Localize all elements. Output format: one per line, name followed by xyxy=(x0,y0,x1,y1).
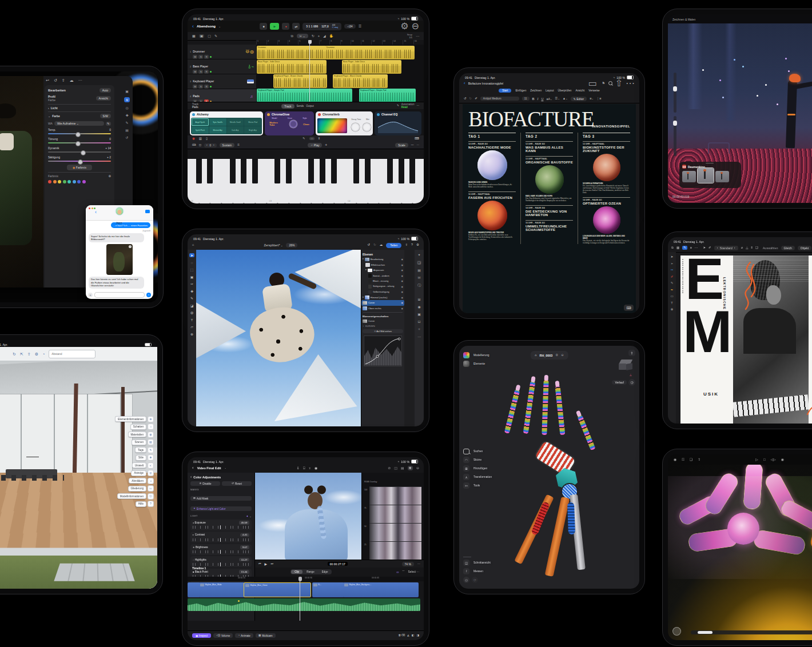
add-mask-button[interactable]: ⊞Add Mask xyxy=(190,496,252,501)
grab-tool-icon[interactable]: ✋ xyxy=(329,34,334,38)
mic-icon[interactable]: ♆ xyxy=(309,466,312,470)
panel-shadows[interactable]: Schatten☼ xyxy=(115,424,154,430)
layers-icon[interactable]: ❏ xyxy=(690,458,692,461)
trim-tool-button[interactable]: ✂ ⌄ xyxy=(297,34,308,38)
effects-icon[interactable]: ❖ xyxy=(408,466,413,470)
alchemy-pad[interactable]: Angel Synth xyxy=(192,118,209,126)
alchemy-pad[interactable]: Sync Swells xyxy=(209,118,226,126)
loop-tool-icon[interactable]: ↻ xyxy=(312,34,315,38)
pencil-icon[interactable]: ✎ xyxy=(302,137,305,141)
home-icon[interactable]: ⌂ xyxy=(192,243,194,247)
history-clock-icon[interactable]: ◷ xyxy=(628,379,635,386)
clip-3[interactable]: S… xyxy=(312,582,344,597)
mixer-view-icon[interactable]: ▣ xyxy=(199,34,205,38)
mode-button[interactable]: Modellierung xyxy=(463,352,491,358)
automation-pencil-icon[interactable]: ✎ xyxy=(397,105,399,107)
tab-ansicht[interactable]: Ansicht xyxy=(576,89,585,92)
message-photo[interactable]: × xyxy=(106,244,133,275)
search-icon[interactable] xyxy=(608,81,612,85)
move-tool-icon[interactable]: ➤ xyxy=(189,253,194,257)
font-select[interactable]: Antipol Medium xyxy=(480,97,519,101)
sidebar-icon[interactable]: ⧉ xyxy=(671,246,674,250)
section-view-button[interactable]: ◫Schnittansicht xyxy=(463,560,493,566)
lasso-tool-icon[interactable]: ◌ xyxy=(191,261,193,265)
glide-icon[interactable]: ✛ xyxy=(325,144,327,147)
solo-button[interactable]: S xyxy=(198,85,203,89)
window-min-dot[interactable] xyxy=(91,207,93,209)
masking-icon[interactable]: ◎ xyxy=(125,106,128,110)
reset-button[interactable]: ↺Reset xyxy=(222,481,252,486)
region-bass-2[interactable]: Bass Player - Indie Disco xyxy=(342,60,401,74)
seg-output[interactable]: Output xyxy=(306,105,314,107)
panel-outliner[interactable]: Gliederung≔ xyxy=(115,485,154,492)
sw-button[interactable]: S/W xyxy=(100,114,111,118)
seg-range[interactable]: Range xyxy=(303,570,318,574)
more-icon[interactable]: ⋯ xyxy=(417,105,420,107)
record-icon[interactable]: ◉ xyxy=(315,466,317,470)
play-icon[interactable]: ▶ xyxy=(265,562,268,566)
gear-icon[interactable]: ⚙ xyxy=(109,175,111,178)
record-enable-button[interactable]: R xyxy=(204,55,209,59)
wand-icon[interactable]: ✦ xyxy=(246,515,248,518)
back-icon[interactable]: ‹ xyxy=(192,24,194,29)
text-tool-icon[interactable]: T xyxy=(191,318,193,322)
auto-button[interactable]: Auto xyxy=(99,88,111,93)
clip-1[interactable]: Skyline_Blue_Wide xyxy=(199,582,245,597)
panel-entity-info[interactable]: Elementinformationen⚙ xyxy=(115,416,154,422)
trash-icon[interactable]: 🗑︎⌫ xyxy=(399,634,405,637)
saturation-slider[interactable] xyxy=(48,161,111,162)
home-icon[interactable]: ⌂ xyxy=(535,354,536,357)
history-icon[interactable]: ↺ xyxy=(54,78,57,82)
canvas-artwork[interactable]: Daumenkino 00:00:03.019 xyxy=(668,23,812,203)
notifications-icon[interactable]: ◔ xyxy=(42,352,45,356)
loop-icon[interactable]: ◁▷ xyxy=(771,458,776,461)
pencil-tool-icon[interactable]: ✎ xyxy=(214,34,217,38)
layer-row-selected[interactable]: Curve◉ xyxy=(361,300,404,306)
mute-button[interactable]: M xyxy=(193,55,197,59)
tab-verweise[interactable]: Verweise xyxy=(588,89,599,92)
record-enable-button[interactable]: R xyxy=(204,85,209,89)
collapse-icon[interactable]: ⊖ xyxy=(561,354,564,357)
underline-button[interactable]: U xyxy=(541,97,543,101)
undo-icon[interactable]: ↩ xyxy=(46,78,49,82)
vibrance-slider[interactable] xyxy=(48,151,111,153)
record-icon[interactable]: ◉ xyxy=(674,458,676,461)
pen-tool-icon[interactable]: ✑ xyxy=(671,269,674,272)
stop-button[interactable]: ■ xyxy=(260,23,267,30)
orbit-icon[interactable]: ⟳ xyxy=(472,577,478,583)
timeline-zoom[interactable]: 74 % xyxy=(402,562,414,566)
add-layer-icon[interactable]: ⊞ xyxy=(417,298,420,301)
plugin-alchemy[interactable]: Alchemy Angel Synth Sync Swells Metallic… xyxy=(190,111,263,135)
decay-knob[interactable] xyxy=(351,123,360,131)
track-header-keys[interactable]: 3 Keyboard Player MSR xyxy=(188,74,256,89)
shape-tool-icon[interactable]: ▱ xyxy=(190,325,193,329)
layer-row[interactable]: ▾Bearbeitung◉ xyxy=(361,257,404,262)
track-stack-icon[interactable]: ▥ xyxy=(199,137,202,141)
cycle-button[interactable]: ⇄ xyxy=(292,23,300,30)
clip-2-selected[interactable]: Skyline_Blue_Close xyxy=(244,582,311,597)
piano-keyboard[interactable]: C2 C3 C4 xyxy=(188,159,424,203)
tab-zeichnen[interactable]: Zeichnen xyxy=(530,89,542,92)
panel-help[interactable]: Hilfe? xyxy=(115,501,154,507)
copy-tool-icon[interactable]: ⧉ xyxy=(291,34,293,38)
contact-name[interactable]: Joyce xyxy=(116,221,122,224)
keyboard-layout-icon[interactable]: ⌨ xyxy=(192,144,196,147)
drag-handle-icon[interactable]: — xyxy=(411,144,414,147)
layers-list-icon[interactable]: ≡ xyxy=(690,246,692,250)
document-pill[interactable]: ⌂ RH_0003 ⚙ ⊖ xyxy=(530,351,568,360)
layer-row[interactable]: Effektsuchen◉ xyxy=(361,262,404,268)
plugin-chromaglow[interactable]: ChromaGlow ModelDriveStyle Modern Tube C… xyxy=(265,111,314,135)
clip-partial[interactable] xyxy=(188,582,200,597)
doc-title[interactable]: Zersplittert* ⌄ xyxy=(264,243,282,247)
brush-tool-icon[interactable]: ✐ xyxy=(708,246,711,250)
marquee-tool-icon[interactable]: ⌖ xyxy=(318,34,320,38)
region-keys-1[interactable]: Keyboard Player - Brown Chords xyxy=(273,74,327,88)
faders-icon[interactable]: ⦀ xyxy=(319,137,320,141)
crop-tool-icon[interactable]: ▣ xyxy=(190,275,194,279)
window-zoom-dot[interactable] xyxy=(94,207,95,209)
settings-icon[interactable]: ⚙ xyxy=(35,352,38,356)
back-icon[interactable]: ‹ xyxy=(192,466,194,470)
share-icon[interactable]: ⇧ xyxy=(628,350,635,356)
notes-icon[interactable]: ▯ xyxy=(206,137,208,141)
slider-contrast[interactable]: ◐ Contrast4.41 xyxy=(190,532,252,542)
